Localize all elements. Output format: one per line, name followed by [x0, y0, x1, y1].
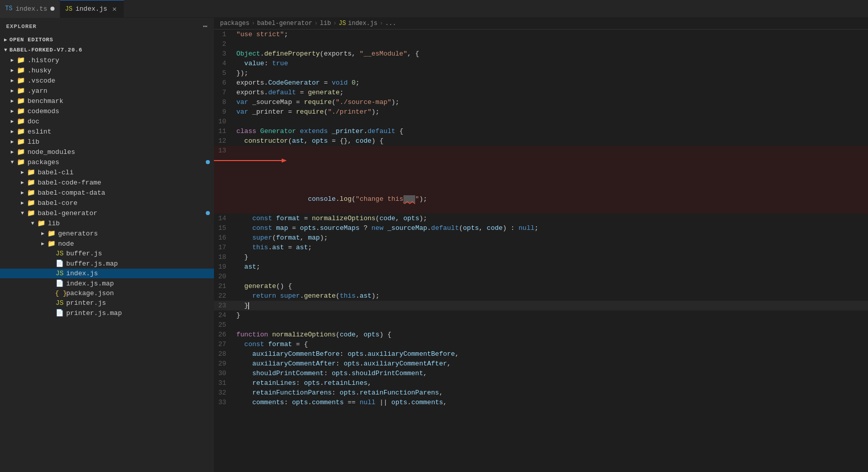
tree-item-babel-core[interactable]: ▶ 📁 babel-core	[0, 198, 214, 208]
line-content[interactable]: }	[234, 301, 868, 310]
file-icon: 📄	[55, 259, 64, 268]
tab-index-ts[interactable]: TS index.ts	[0, 0, 60, 18]
tab-close-button[interactable]: ✕	[111, 5, 119, 13]
line-content[interactable]: }	[234, 252, 868, 262]
tree-item-lib-inner[interactable]: ▼ 📁 lib	[0, 218, 214, 228]
token: exports	[236, 79, 264, 87]
line-number: 5	[214, 68, 234, 78]
line-content[interactable]: var _printer = require("./printer");	[234, 107, 868, 117]
line-content[interactable]: ast;	[234, 262, 868, 272]
tree-item-vscode[interactable]: ▶ 📁 .vscode	[0, 75, 214, 86]
tree-item-yarn[interactable]: ▶ 📁 .yarn	[0, 86, 214, 96]
folder-icon: 📁	[16, 56, 25, 64]
token: .	[356, 292, 360, 300]
code-line-23: 23 }	[214, 301, 868, 310]
tree-item-packages[interactable]: ▼ 📁 packages	[0, 157, 214, 167]
breadcrumb-js-icon: JS	[339, 20, 346, 27]
line-content[interactable]: console.log("change this ");	[234, 146, 868, 214]
line-content[interactable]: exports.CodeGenerator = void 0;	[234, 78, 868, 88]
line-content[interactable]: value: true	[234, 59, 868, 68]
line-content[interactable]: generate() {	[234, 281, 868, 291]
tree-item-babel-compat-data[interactable]: ▶ 📁 babel-compat-data	[0, 188, 214, 198]
cursor	[248, 302, 249, 309]
line-content[interactable]	[234, 320, 868, 330]
token: ,	[368, 379, 372, 387]
tree-item-node[interactable]: ▶ 📁 node	[0, 239, 214, 249]
line-content[interactable]: super(format, map);	[234, 233, 868, 243]
line-content[interactable]: auxiliaryCommentBefore: opts.auxiliaryCo…	[234, 349, 868, 359]
tree-item-babel-generator[interactable]: ▼ 📁 babel-generator	[0, 208, 214, 218]
token: generate	[308, 89, 339, 96]
line-content[interactable]: retainLines: opts.retainLines,	[234, 378, 868, 388]
line-content[interactable]: retainFunctionParens: opts.retainFunctio…	[234, 388, 868, 398]
line-content[interactable]	[234, 39, 868, 49]
line-content[interactable]: return super.generate(this.ast);	[234, 291, 868, 301]
code-line-24: 24 }	[214, 310, 868, 320]
tree-item-benchmark[interactable]: ▶ 📁 benchmark	[0, 96, 214, 106]
line-content[interactable]: exports.default = generate;	[234, 88, 868, 97]
code-line-8: 8 var _sourceMap = require("./source-map…	[214, 97, 868, 107]
line-content[interactable]: function normalizeOptions(code, opts) {	[234, 330, 868, 339]
tree-item-babel-cli[interactable]: ▶ 📁 babel-cli	[0, 167, 214, 177]
line-content[interactable]	[234, 272, 868, 281]
more-options-icon[interactable]: ⋯	[203, 22, 208, 31]
tree-item-index-js-map[interactable]: 📄 index.js.map	[0, 278, 214, 289]
folder-icon: 📁	[26, 209, 36, 217]
tree-item-history[interactable]: ▶ 📁 .history	[0, 55, 214, 65]
chevron-down-icon: ▼	[29, 221, 37, 226]
token: const	[252, 215, 272, 222]
line-number: 10	[214, 117, 234, 126]
line-content[interactable]: auxiliaryCommentAfter: opts.auxiliaryCom…	[234, 359, 868, 369]
tree-item-babel-code-frame[interactable]: ▶ 📁 babel-code-frame	[0, 177, 214, 188]
line-content[interactable]: var _sourceMap = require("./source-map")…	[234, 97, 868, 107]
tree-item-printer-js[interactable]: JS printer.js	[0, 298, 214, 308]
tree-item-eslint[interactable]: ▶ 📁 eslint	[0, 126, 214, 137]
token: ,	[356, 331, 364, 338]
token: ?	[360, 224, 371, 232]
line-number: 22	[214, 291, 234, 301]
line-content[interactable]: const map = opts.sourceMaps ? new _sourc…	[234, 223, 868, 233]
tree-item-node-modules[interactable]: ▶ 📁 node_modules	[0, 147, 214, 157]
tree-item-codemods[interactable]: ▶ 📁 codemods	[0, 106, 214, 116]
tree-item-buffer-js[interactable]: JS buffer.js	[0, 249, 214, 258]
chevron-right-icon: ▶	[8, 108, 16, 114]
line-content[interactable]: comments: opts.comments == null || opts.…	[234, 398, 868, 407]
section-open-editors[interactable]: ▶ OPEN EDITORS	[0, 35, 214, 45]
line-content[interactable]: const format = {	[234, 339, 868, 349]
line-content[interactable]: "use strict";	[234, 30, 868, 39]
section-babel-forked[interactable]: ▼ BABEL-FORKED-V7.20.6	[0, 45, 214, 55]
line-content[interactable]: Object.defineProperty(exports, "__esModu…	[234, 49, 868, 59]
tree-item-doc[interactable]: ▶ 📁 doc	[0, 116, 214, 126]
tree-item-index-js[interactable]: JS index.js	[0, 269, 214, 278]
token: opts	[300, 224, 316, 232]
code-line-1: 1 "use strict";	[214, 30, 868, 39]
tree-item-generators[interactable]: ▶ 📁 generators	[0, 228, 214, 239]
line-content[interactable]: class Generator extends _printer.default…	[234, 126, 868, 136]
token: retainFunctionParens	[360, 389, 439, 397]
token: ;	[534, 224, 538, 232]
line-content[interactable]: shouldPrintComment: opts.shouldPrintComm…	[234, 369, 868, 378]
tree-item-printer-js-map[interactable]: 📄 printer.js.map	[0, 308, 214, 318]
breadcrumb-packages: packages	[220, 20, 250, 27]
line-content[interactable]: }	[234, 310, 868, 320]
token: (	[272, 234, 276, 242]
line-number: 14	[214, 214, 234, 223]
line-content[interactable]: this.ast = ast;	[234, 243, 868, 252]
tree-item-package-json[interactable]: { } package.json	[0, 289, 214, 298]
line-content[interactable]: constructor(ast, opts = {}, code) {	[234, 136, 868, 146]
token: opts	[391, 399, 407, 406]
token: retainFunctionParens	[252, 389, 332, 397]
line-content[interactable]: });	[234, 68, 868, 78]
tree-item-buffer-js-map[interactable]: 📄 buffer.js.map	[0, 258, 214, 269]
chevron-right-icon: ▶	[18, 179, 26, 186]
token: require	[304, 98, 332, 106]
line-content[interactable]	[234, 117, 868, 126]
tree-item-husky[interactable]: ▶ 📁 .husky	[0, 65, 214, 75]
line-content[interactable]: const format = normalizeOptions(code, op…	[234, 214, 868, 223]
token: (	[351, 195, 356, 203]
token: opts	[403, 215, 419, 222]
tree-item-lib[interactable]: ▶ 📁 lib	[0, 137, 214, 147]
chevron-right-icon: ▶	[8, 139, 16, 145]
code-editor[interactable]: 1 "use strict"; 2 3 Object.definePropert…	[214, 30, 868, 472]
tab-index-js[interactable]: JS index.js ✕	[60, 0, 124, 18]
